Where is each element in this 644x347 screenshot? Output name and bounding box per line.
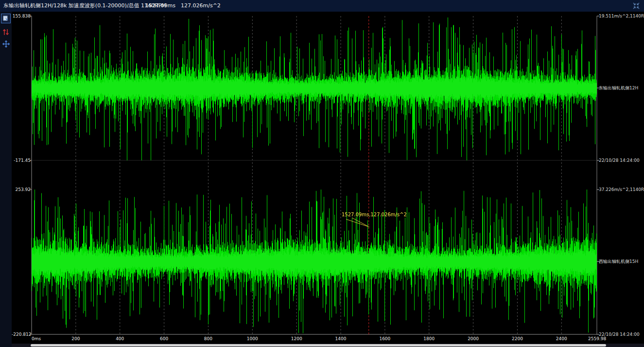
cursor-time-readout: 1527.09ms (145, 0, 175, 12)
up-down-arrows-icon (2, 28, 9, 36)
cursor-annotation: 1527.09ms,127.026m/s^2 (342, 212, 407, 217)
left-toolbar (0, 12, 12, 347)
rms-label-ch2: 37.226m/s^2,1140RPM (599, 187, 644, 192)
move-cross-icon (2, 40, 10, 48)
window-title: 东输出轴轧机侧12H/128k 加速度波形(0.1-20000)/总值 1140… (3, 0, 166, 12)
horizontal-scrollbar[interactable] (12, 344, 644, 347)
channel-label-ch1: 东输出轴轧机侧12H (599, 85, 644, 91)
y-min-label-ch1: -171.45 (12, 158, 31, 163)
x-tick-label: 1200 (291, 336, 302, 341)
x-axis: 0ms 2559.98 2004006008001000120014001600… (12, 336, 644, 343)
waveform-canvas-ch2[interactable] (32, 190, 597, 334)
waveform-canvas-ch1[interactable] (32, 16, 597, 160)
vibration-analysis-app: 东输出轴轧机侧12H/128k 加速度波形(0.1-20000)/总值 1140… (0, 0, 644, 347)
x-end-label: 2559.98 (588, 336, 606, 341)
x-tick-label: 600 (160, 336, 168, 341)
select-tool-icon (2, 15, 9, 22)
cursor-value-readout: 127.026m/s^2 (181, 0, 221, 12)
x-tick-label: 2400 (556, 336, 567, 341)
x-tick-label: 800 (204, 336, 212, 341)
x-start-label: 0ms (32, 336, 41, 341)
x-tick-label: 200 (71, 336, 80, 341)
x-tick-label: 1600 (379, 336, 390, 341)
plot-area[interactable]: 155.838 -171.45 253.92 -220.812 19.511m/… (12, 12, 644, 347)
x-tick-label: 1000 (247, 336, 258, 341)
y-max-label-ch2: 253.92 (12, 187, 31, 192)
swap-channels-button[interactable] (1, 27, 11, 37)
scrollbar-thumb[interactable] (31, 344, 606, 347)
collapse-window-icon[interactable] (632, 2, 640, 10)
x-tick-label: 1400 (335, 336, 347, 341)
rms-label-ch1: 19.511m/s^2,1140RPM (599, 14, 644, 18)
x-tick-label: 2200 (512, 336, 523, 341)
timestamp-ch1: 22/10/28 14:24:00 (599, 158, 644, 163)
header-bar: 东输出轴轧机侧12H/128k 加速度波形(0.1-20000)/总值 1140… (0, 0, 644, 12)
x-tick-label: 400 (116, 336, 124, 341)
select-tool-button[interactable] (1, 14, 11, 23)
x-tick-label: 2000 (468, 336, 479, 341)
x-tick-label: 1800 (423, 336, 435, 341)
y-max-label-ch1: 155.838 (12, 14, 31, 18)
channel-label-ch2: 西输出轴轧机侧15H (599, 259, 644, 265)
pan-tool-button[interactable] (1, 39, 11, 49)
